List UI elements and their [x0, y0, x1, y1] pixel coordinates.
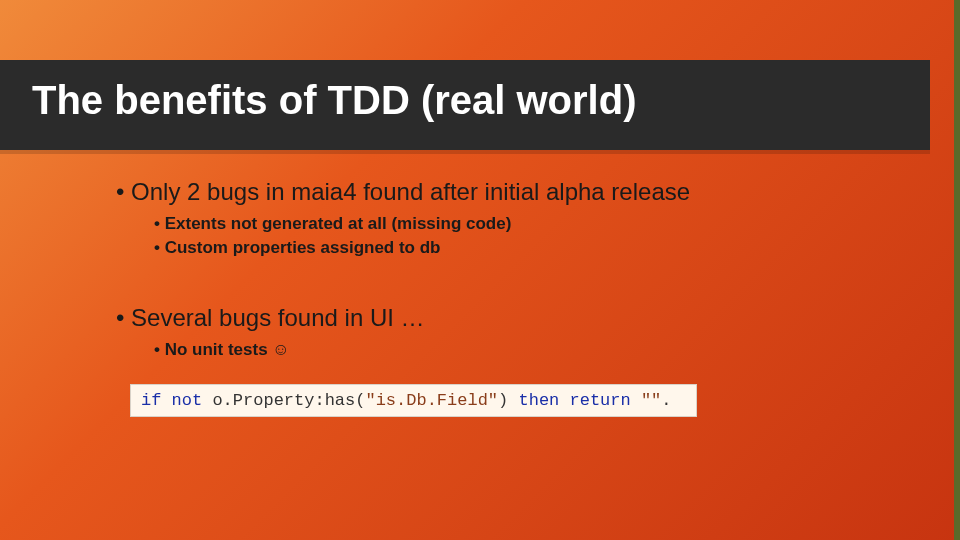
bullet-level2: No unit tests ☺ [150, 340, 900, 360]
slide-title: The benefits of TDD (real world) [0, 60, 930, 123]
slide: The benefits of TDD (real world) Only 2 … [0, 0, 960, 540]
code-string: "" [641, 391, 661, 410]
title-bar: The benefits of TDD (real world) [0, 60, 930, 150]
bullet-level1: Only 2 bugs in maia4 found after initial… [110, 178, 900, 206]
code-keyword: return [570, 391, 631, 410]
spacer [110, 262, 900, 304]
slide-accent-border [954, 0, 960, 540]
code-paren: ( [355, 391, 365, 410]
bullet-level1: Several bugs found in UI … [110, 304, 900, 332]
slide-content: Only 2 bugs in maia4 found after initial… [110, 178, 900, 417]
code-text: o.Property: [202, 391, 324, 410]
code-keyword: not [172, 391, 203, 410]
bullet-level2: Extents not generated at all (missing co… [150, 214, 900, 234]
code-snippet: if not o.Property:has("is.Db.Field") the… [130, 384, 697, 417]
code-method: has [325, 391, 356, 410]
code-keyword: then [518, 391, 559, 410]
code-paren: ) [498, 391, 518, 410]
code-keyword: if [141, 391, 161, 410]
code-dot: . [661, 391, 671, 410]
bullet-level2: Custom properties assigned to db [150, 238, 900, 258]
code-string: "is.Db.Field" [365, 391, 498, 410]
